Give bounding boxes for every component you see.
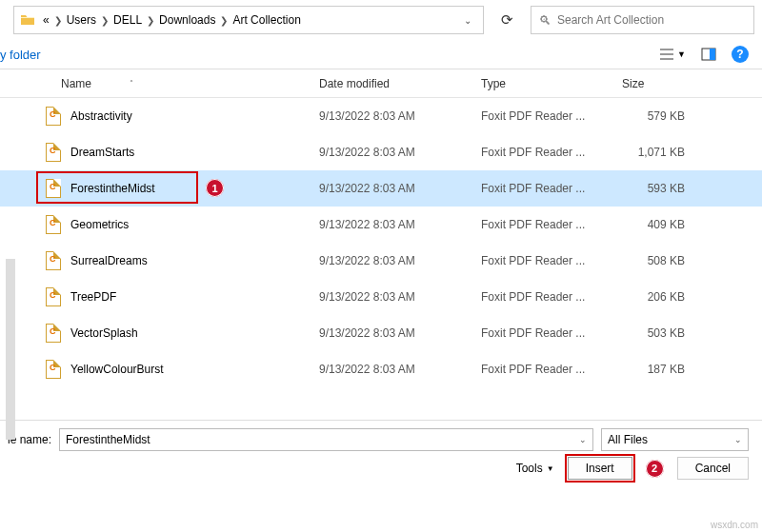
svg-rect-1 bbox=[710, 49, 715, 60]
file-date: 9/13/2022 8:03 AM bbox=[319, 326, 481, 340]
file-type: Foxit PDF Reader ... bbox=[481, 363, 622, 376]
file-size: 206 KB bbox=[622, 290, 708, 304]
search-icon: 🔍︎ bbox=[539, 13, 551, 28]
pdf-file-icon bbox=[46, 251, 61, 270]
chevron-right-icon: ❯ bbox=[54, 15, 62, 26]
column-date[interactable]: Date modified bbox=[319, 77, 481, 90]
filetype-filter-combo[interactable]: All Files ⌄ bbox=[601, 428, 749, 451]
new-folder-link[interactable]: y folder bbox=[0, 48, 41, 62]
file-name: TreePDF bbox=[70, 290, 116, 304]
column-type[interactable]: Type bbox=[481, 77, 622, 90]
file-row[interactable]: SurrealDreams9/13/2022 8:03 AMFoxit PDF … bbox=[0, 243, 762, 279]
filename-value: ForestintheMidst bbox=[66, 433, 150, 446]
file-date: 9/13/2022 8:03 AM bbox=[319, 290, 481, 304]
file-size: 503 KB bbox=[622, 326, 708, 340]
pdf-file-icon bbox=[46, 215, 61, 234]
filter-value: All Files bbox=[608, 433, 648, 446]
chevron-right-icon: ❯ bbox=[101, 15, 109, 26]
file-row[interactable]: TreePDF9/13/2022 8:03 AMFoxit PDF Reader… bbox=[0, 279, 762, 315]
file-type: Foxit PDF Reader ... bbox=[481, 218, 622, 231]
file-size: 1,071 KB bbox=[622, 146, 708, 159]
preview-pane-icon bbox=[701, 48, 716, 61]
file-row[interactable]: Abstractivity9/13/2022 8:03 AMFoxit PDF … bbox=[0, 98, 762, 134]
file-name: SurrealDreams bbox=[70, 254, 148, 267]
file-row[interactable]: DreamStarts9/13/2022 8:03 AMFoxit PDF Re… bbox=[0, 134, 762, 170]
annotation-callout-1: 1 bbox=[206, 179, 224, 197]
view-list-menu[interactable]: ▼ bbox=[655, 46, 690, 63]
sort-indicator-icon: ˄ bbox=[130, 79, 133, 88]
file-date: 9/13/2022 8:03 AM bbox=[319, 109, 481, 123]
file-row[interactable]: ForestintheMidst9/13/2022 8:03 AMFoxit P… bbox=[0, 170, 762, 207]
file-date: 9/13/2022 8:03 AM bbox=[319, 254, 481, 267]
column-name[interactable]: Name bbox=[61, 77, 91, 90]
file-size: 508 KB bbox=[622, 254, 708, 267]
file-name: Geometrics bbox=[70, 218, 129, 231]
pdf-file-icon bbox=[46, 143, 61, 162]
breadcrumb-root[interactable]: « bbox=[43, 13, 50, 27]
file-rows-container: Abstractivity9/13/2022 8:03 AMFoxit PDF … bbox=[0, 98, 762, 387]
pdf-file-icon bbox=[46, 179, 61, 198]
filename-combo[interactable]: ForestintheMidst ⌄ bbox=[59, 428, 593, 451]
watermark: wsxdn.com bbox=[711, 520, 758, 530]
column-size[interactable]: Size bbox=[622, 77, 708, 90]
file-size: 409 KB bbox=[622, 218, 708, 231]
dialog-footer: le name: ForestintheMidst ⌄ All Files ⌄ … bbox=[0, 421, 762, 483]
file-date: 9/13/2022 8:03 AM bbox=[319, 146, 481, 159]
file-size: 593 KB bbox=[622, 182, 708, 195]
chevron-right-icon: ❯ bbox=[220, 15, 228, 26]
file-row[interactable]: YellowColourBurst9/13/2022 8:03 AMFoxit … bbox=[0, 351, 762, 387]
chevron-down-icon: ⌄ bbox=[734, 435, 742, 444]
address-toolbar: « ❯ Users ❯ DELL ❯ Downloads ❯ Art Colle… bbox=[0, 0, 762, 40]
file-size: 187 KB bbox=[622, 363, 708, 376]
breadcrumb-dropdown-icon[interactable]: ⌄ bbox=[458, 15, 477, 26]
file-date: 9/13/2022 8:03 AM bbox=[319, 218, 481, 231]
refresh-button[interactable]: ⟳ bbox=[493, 11, 521, 29]
breadcrumb-item[interactable]: Users bbox=[67, 13, 96, 27]
search-input[interactable] bbox=[557, 13, 746, 27]
breadcrumb[interactable]: « ❯ Users ❯ DELL ❯ Downloads ❯ Art Colle… bbox=[13, 6, 484, 34]
file-name: Abstractivity bbox=[70, 109, 132, 123]
breadcrumb-item[interactable]: Art Collection bbox=[232, 13, 300, 27]
chevron-down-icon: ▼ bbox=[677, 49, 686, 59]
pdf-file-icon bbox=[46, 324, 61, 343]
sub-toolbar: y folder ▼ ? bbox=[0, 40, 762, 69]
file-row[interactable]: VectorSplash9/13/2022 8:03 AMFoxit PDF R… bbox=[0, 315, 762, 351]
pdf-file-icon bbox=[46, 287, 61, 306]
annotation-callout-2: 2 bbox=[646, 460, 664, 478]
file-date: 9/13/2022 8:03 AM bbox=[319, 182, 481, 195]
preview-pane-button[interactable] bbox=[697, 46, 720, 63]
file-list-area: Name˄ Date modified Type Size Abstractiv… bbox=[0, 69, 762, 421]
file-type: Foxit PDF Reader ... bbox=[481, 254, 622, 267]
breadcrumb-item[interactable]: DELL bbox=[113, 13, 142, 27]
file-type: Foxit PDF Reader ... bbox=[481, 290, 622, 304]
tools-menu[interactable]: Tools ▼ bbox=[516, 462, 554, 475]
file-name: VectorSplash bbox=[70, 326, 138, 340]
chevron-down-icon: ▼ bbox=[547, 464, 554, 473]
chevron-down-icon: ⌄ bbox=[579, 435, 587, 444]
file-date: 9/13/2022 8:03 AM bbox=[319, 363, 481, 376]
pdf-file-icon bbox=[46, 107, 61, 126]
folder-icon bbox=[20, 12, 35, 28]
file-name: ForestintheMidst bbox=[70, 182, 155, 195]
file-row[interactable]: Geometrics9/13/2022 8:03 AMFoxit PDF Rea… bbox=[0, 207, 762, 243]
column-headers[interactable]: Name˄ Date modified Type Size bbox=[0, 69, 762, 98]
file-name: YellowColourBurst bbox=[70, 363, 164, 376]
file-type: Foxit PDF Reader ... bbox=[481, 109, 622, 123]
file-type: Foxit PDF Reader ... bbox=[481, 326, 622, 340]
file-size: 579 KB bbox=[622, 109, 708, 123]
help-button[interactable]: ? bbox=[732, 46, 749, 63]
pdf-file-icon bbox=[46, 360, 61, 379]
cancel-button[interactable]: Cancel bbox=[677, 457, 749, 480]
breadcrumb-item[interactable]: Downloads bbox=[159, 13, 215, 27]
list-icon bbox=[659, 48, 674, 61]
file-type: Foxit PDF Reader ... bbox=[481, 146, 622, 159]
file-name: DreamStarts bbox=[70, 146, 134, 159]
insert-button[interactable]: Insert bbox=[568, 457, 632, 480]
chevron-right-icon: ❯ bbox=[147, 15, 154, 26]
file-type: Foxit PDF Reader ... bbox=[481, 182, 622, 195]
search-box[interactable]: 🔍︎ bbox=[531, 6, 754, 34]
